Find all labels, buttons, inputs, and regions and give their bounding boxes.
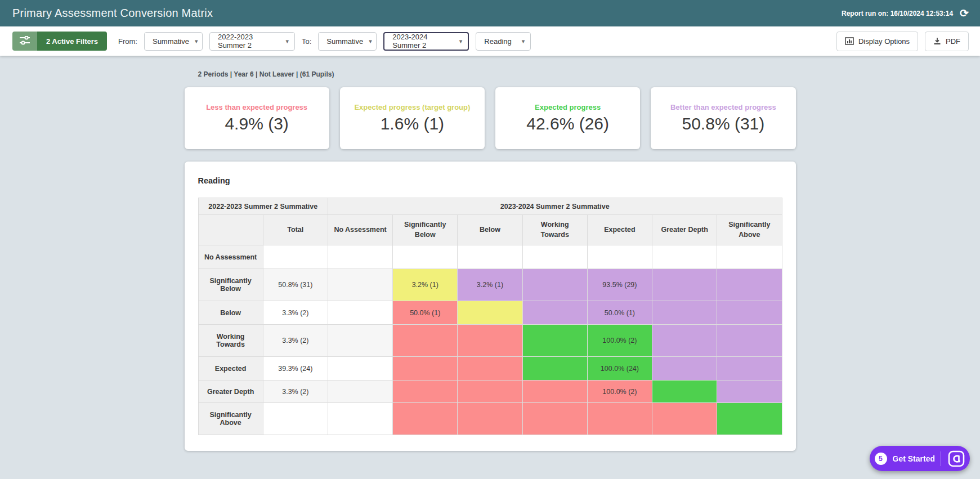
matrix-cell (717, 325, 782, 357)
matrix-cell (717, 301, 782, 325)
matrix-cell (652, 380, 717, 403)
to-period-value: 2023-2024 Summer 2 (392, 33, 453, 50)
subject-select[interactable]: Reading ▾ (476, 32, 531, 51)
filter-toolbar: 2 Active Filters From: Summative ▾ 2022-… (0, 26, 980, 56)
from-period-select[interactable]: 2022-2023 Summer 2 ▾ (209, 32, 295, 51)
matrix-cell[interactable]: 100.0% (2) (587, 380, 652, 403)
filter-group: 2 Active Filters (12, 32, 107, 51)
divider (941, 451, 941, 466)
summary-card-label: Better than expected progress (670, 103, 776, 111)
matrix-row-header: Working Towards (198, 325, 263, 357)
matrix-cell (717, 357, 782, 380)
matrix-cell (458, 301, 522, 325)
download-icon (933, 37, 941, 45)
matrix-cell (328, 245, 392, 269)
matrix-cell (393, 380, 458, 403)
matrix-column-header: Greater Depth (652, 215, 717, 245)
matrix-cell[interactable]: 3.2% (1) (458, 269, 522, 301)
from-assessment-type-select[interactable]: Summative ▾ (144, 32, 203, 51)
summary-card: Expected progress42.6% (26) (495, 87, 640, 149)
matrix-total-cell[interactable]: 50.8% (31) (263, 269, 328, 301)
matrix-total-cell[interactable]: 39.3% (24) (263, 357, 328, 380)
refresh-icon[interactable]: ⟳ (960, 8, 969, 19)
matrix-row-header: Below (198, 301, 263, 325)
matrix-total-cell[interactable]: 3.3% (2) (263, 380, 328, 403)
matrix-cell[interactable]: 100.0% (24) (587, 357, 652, 380)
matrix-column-header: Significantly Above (717, 215, 782, 245)
matrix-cell (393, 245, 458, 269)
active-filters-button[interactable]: 2 Active Filters (37, 32, 107, 51)
sliders-icon (19, 36, 30, 47)
matrix-row-header: Greater Depth (198, 380, 263, 403)
get-started-button[interactable]: 5 Get Started (870, 446, 970, 471)
to-period-group-header: 2023-2024 Summer 2 Summative (328, 198, 782, 215)
to-assessment-type-select[interactable]: Summative ▾ (318, 32, 377, 51)
matrix-cell (587, 245, 652, 269)
matrix-cell (717, 403, 782, 435)
summary-card-label: Expected progress (target group) (354, 103, 470, 111)
matrix-column-header: Below (458, 215, 522, 245)
matrix-cell (717, 269, 782, 301)
summary-card: Better than expected progress50.8% (31) (651, 87, 795, 149)
chart-icon (845, 37, 854, 45)
from-label: From: (118, 37, 137, 46)
summary-card: Less than expected progress4.9% (3) (185, 87, 329, 149)
filter-summary: 2 Periods | Year 6 | Not Leaver | (61 Pu… (198, 70, 796, 78)
pdf-export-button[interactable]: PDF (925, 32, 969, 51)
matrix-cell (522, 380, 587, 403)
chevron-down-icon: ▾ (369, 38, 372, 45)
matrix-column-header: Total (263, 215, 328, 245)
display-options-button[interactable]: Display Options (836, 32, 918, 51)
get-started-label: Get Started (893, 454, 935, 463)
matrix-row-header: Expected (198, 357, 263, 380)
matrix-cell[interactable]: 93.5% (29) (587, 269, 652, 301)
top-header-bar: Primary Assessment Conversion Matrix Rep… (0, 0, 980, 26)
report-run-timestamp: Report run on: 16/10/2024 12:53:14 (842, 10, 953, 17)
chevron-down-icon: ▾ (522, 38, 525, 45)
to-label: To: (302, 37, 311, 46)
assistant-logo-icon (947, 449, 965, 468)
matrix-cell[interactable]: 3.2% (1) (393, 269, 458, 301)
matrix-cell (328, 269, 392, 301)
matrix-cell (652, 325, 717, 357)
matrix-cell (458, 245, 522, 269)
matrix-cell (522, 325, 587, 357)
matrix-cell (328, 380, 392, 403)
matrix-corner-cell (198, 215, 263, 245)
matrix-cell (652, 403, 717, 435)
chevron-down-icon: ▾ (195, 38, 198, 45)
to-period-select[interactable]: 2023-2024 Summer 2 ▾ (383, 32, 469, 51)
matrix-cell (522, 357, 587, 380)
summary-card-value: 4.9% (3) (225, 114, 288, 133)
matrix-cell (652, 357, 717, 380)
chevron-down-icon: ▾ (459, 38, 463, 45)
matrix-cell (522, 269, 587, 301)
matrix-column-header: Significantly Below (393, 215, 458, 245)
matrix-total-cell (263, 403, 328, 435)
matrix-cell (717, 245, 782, 269)
summary-card: Expected progress (target group)1.6% (1) (340, 87, 485, 149)
matrix-cell (652, 301, 717, 325)
summary-card-value: 42.6% (26) (526, 114, 609, 133)
matrix-column-header: No Assessment (328, 215, 392, 245)
subject-value: Reading (484, 37, 511, 46)
matrix-cell (458, 403, 522, 435)
matrix-cell (393, 403, 458, 435)
matrix-cell[interactable]: 100.0% (2) (587, 325, 652, 357)
matrix-cell[interactable]: 50.0% (1) (587, 301, 652, 325)
matrix-cell (328, 325, 392, 357)
matrix-row-header: Significantly Above (198, 403, 263, 435)
matrix-cell (587, 403, 652, 435)
matrix-total-cell[interactable]: 3.3% (2) (263, 301, 328, 325)
matrix-total-cell (263, 245, 328, 269)
matrix-cell[interactable]: 50.0% (1) (393, 301, 458, 325)
filter-panel-toggle-button[interactable] (12, 32, 37, 51)
conversion-matrix-table: 2022-2023 Summer 2 Summative2023-2024 Su… (198, 198, 782, 435)
page-title: Primary Assessment Conversion Matrix (12, 7, 213, 20)
matrix-cell (393, 325, 458, 357)
matrix-cell (458, 325, 522, 357)
matrix-total-cell[interactable]: 3.3% (2) (263, 325, 328, 357)
matrix-cell (522, 403, 587, 435)
get-started-count-badge: 5 (875, 453, 887, 465)
matrix-title: Reading (198, 176, 782, 185)
